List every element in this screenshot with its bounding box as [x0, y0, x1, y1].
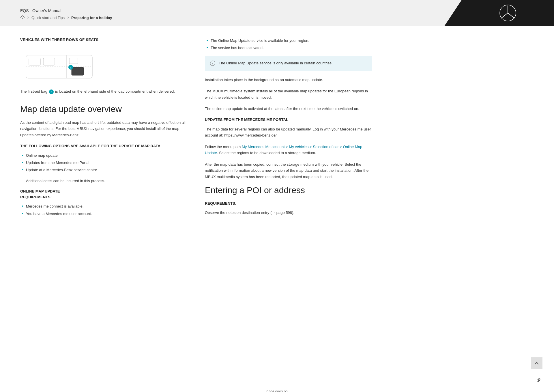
- document-title: EQS - Owner's Manual: [20, 8, 444, 13]
- main-content: VEHICLES WITH THREE ROWS OF SEATS 1: [0, 26, 554, 387]
- updates-text: The map data for several regions can als…: [205, 126, 372, 139]
- list-item: The Online Map Update service is availab…: [205, 38, 372, 44]
- info-box-text: The Online Map Update service is only av…: [219, 60, 333, 66]
- page-footer: F296 0062 02: [0, 387, 554, 392]
- breadcrumb: > Quick start and Tips > Preparing for a…: [20, 15, 444, 20]
- svg-rect-9: [69, 58, 78, 64]
- vehicle-illustration: 1: [20, 46, 101, 84]
- footer-code: F296 0062 02: [266, 390, 288, 392]
- poi-title: Entering a POI or address: [205, 185, 372, 195]
- header-left: EQS - Owner's Manual > Quick start and T…: [0, 0, 444, 26]
- breadcrumb-separator-1: >: [27, 16, 29, 20]
- list-item: Updates from the Mercedes me Portal: [20, 160, 188, 166]
- breadcrumb-section[interactable]: Quick start and Tips: [31, 16, 65, 20]
- menu-path-link[interactable]: My Mercedes Me account > My vehicles > S…: [205, 145, 362, 155]
- list-item: The service has been activated.: [205, 45, 372, 51]
- svg-line-2: [501, 13, 508, 18]
- right-column: The Online Map Update service is availab…: [205, 38, 372, 369]
- options-list: Online map update Updates from the Merce…: [20, 152, 188, 173]
- list-item: Online map update: [20, 152, 188, 158]
- svg-line-3: [508, 13, 514, 18]
- svg-rect-8: [43, 58, 55, 65]
- poi-requirements-heading: Requirements:: [205, 201, 372, 206]
- mbux-text: The MBUX multimedia system installs all …: [205, 88, 372, 100]
- footnote-icon: [536, 378, 542, 382]
- mercedes-logo: [499, 4, 516, 22]
- badge-1: 1: [49, 89, 54, 94]
- poi-requirements-text: Observe the notes on destination entry (…: [205, 210, 372, 216]
- list-item: You have a Mercedes me user account.: [20, 211, 188, 217]
- online-activated-text: The online map update is activated at th…: [205, 106, 372, 112]
- map-data-intro: As the content of a digital road map has…: [20, 120, 188, 138]
- requirements-list: Mercedes me connect is available. You ha…: [20, 203, 188, 217]
- breadcrumb-separator-2: >: [67, 16, 69, 20]
- left-column: VEHICLES WITH THREE ROWS OF SEATS 1: [20, 38, 188, 369]
- after-copy-text: After the map data has been copied, conn…: [205, 161, 372, 180]
- list-item: Mercedes me connect is available.: [20, 203, 188, 209]
- header-logo-area: [444, 0, 554, 26]
- svg-rect-10: [72, 67, 84, 75]
- breadcrumb-current: Preparing for a holiday: [71, 16, 112, 20]
- chevron-up-icon: [535, 362, 539, 365]
- options-heading: THE FOLLOWING OPTIONS ARE AVAILABLE FOR …: [20, 143, 188, 149]
- follow-menu-text: Follow the menu path My Mercedes Me acco…: [205, 144, 372, 156]
- vehicles-heading: VEHICLES WITH THREE ROWS OF SEATS: [20, 38, 188, 42]
- additional-costs-text: Additional costs can be incurred in this…: [20, 178, 188, 184]
- home-icon[interactable]: [20, 15, 25, 20]
- online-update-heading: ONLINE MAP UPDATE REQUIREMENTS:: [20, 188, 188, 200]
- vehicle-svg: 1: [20, 46, 101, 84]
- requirements-continued-list: The Online Map Update service is availab…: [205, 38, 372, 51]
- list-item: Update at a Mercedes-Benz service centre: [20, 167, 188, 173]
- updates-heading: UPDATES FROM THE MERCEDES ME PORTAL: [205, 117, 372, 123]
- info-icon: i: [210, 61, 215, 66]
- footnote-marker: [536, 378, 542, 383]
- installation-text: Installation takes place in the backgrou…: [205, 77, 372, 83]
- svg-rect-7: [29, 58, 40, 65]
- map-data-title: Map data update overview: [20, 104, 188, 114]
- info-box: i The Online Map Update service is only …: [205, 56, 372, 71]
- scroll-up-button[interactable]: [531, 357, 542, 369]
- first-aid-description: The first-aid bag 1 is located on the le…: [20, 89, 188, 95]
- page-header: EQS - Owner's Manual > Quick start and T…: [0, 0, 554, 26]
